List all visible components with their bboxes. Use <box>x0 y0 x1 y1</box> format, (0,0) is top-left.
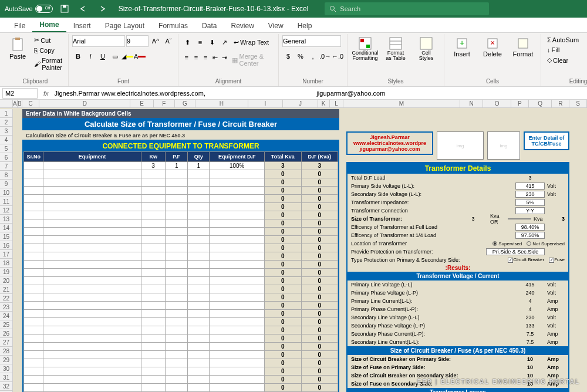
subtitle-cell[interactable]: Calculation Size of Circuit Breaker & Fu… <box>22 131 339 140</box>
decrease-decimal-button[interactable]: ←.0 <box>332 50 343 62</box>
table-row[interactable]: 0 0 <box>24 269 338 277</box>
orientation-button[interactable]: ↗ <box>219 36 231 48</box>
table-row[interactable]: 0 0 <box>24 384 338 392</box>
italic-button[interactable]: I <box>85 50 96 62</box>
fx-button[interactable]: fx <box>40 90 52 97</box>
table-row[interactable]: 0 0 <box>24 170 338 178</box>
copy-button[interactable]: ⎘Copy <box>32 46 65 55</box>
table-row[interactable]: 0 0 <box>24 293 338 302</box>
conditional-formatting-button[interactable]: Conditional Formatting <box>351 35 379 62</box>
banner-cell[interactable]: Enter Data in White Background Cells <box>22 109 339 118</box>
row-header[interactable]: 27 <box>0 338 13 347</box>
table-row[interactable]: 0 0 <box>24 203 338 211</box>
bold-button[interactable]: B <box>72 50 84 62</box>
format-painter-button[interactable]: 🖌Format Painter <box>32 56 65 72</box>
col-header[interactable]: M <box>343 100 460 107</box>
table-row[interactable]: 0 0 <box>24 351 338 359</box>
row-header[interactable]: 13 <box>0 215 13 224</box>
redo-icon[interactable] <box>95 2 109 16</box>
row-header[interactable]: 5 <box>0 144 13 153</box>
currency-button[interactable]: $ <box>282 50 294 62</box>
col-header[interactable]: P <box>511 100 529 107</box>
row-header[interactable]: 12 <box>0 206 13 215</box>
font-size-select[interactable] <box>126 35 149 47</box>
sort-filter-button[interactable]: Sort & Filter <box>583 35 587 62</box>
delete-cells-button[interactable]: ×Delete <box>478 35 507 59</box>
insert-cells-button[interactable]: +Insert <box>448 35 476 59</box>
align-top-button[interactable]: ⬆ <box>182 36 194 48</box>
table-row[interactable]: 0 0 <box>24 318 338 326</box>
radio-not-supervised[interactable]: Not Supervised <box>527 241 565 246</box>
row-header[interactable]: 24 <box>0 312 13 320</box>
row-header[interactable]: 10 <box>0 188 13 197</box>
table-row[interactable]: 0 0 <box>24 219 338 228</box>
table-row[interactable]: 0 0 <box>24 195 338 203</box>
table-row[interactable]: 0 0 <box>24 285 338 293</box>
row-header[interactable]: 16 <box>0 241 13 250</box>
row-header[interactable]: 7 <box>0 162 13 171</box>
row-header[interactable]: 31 <box>0 373 13 382</box>
fill-button[interactable]: ↓Fill <box>545 45 581 55</box>
col-header[interactable]: Q <box>529 100 552 107</box>
row-header[interactable]: 30 <box>0 364 13 373</box>
row-header[interactable]: 32 <box>0 382 13 391</box>
table-row[interactable]: 0 0 <box>24 236 338 244</box>
cut-button[interactable]: ✂Cut <box>32 35 65 45</box>
chk-circuit-breaker[interactable]: ✓Circuit Breaker <box>508 257 544 263</box>
chk-fuse[interactable]: ✓Fuse <box>549 257 565 263</box>
tab-formulas[interactable]: Formulas <box>151 19 195 32</box>
row-header[interactable]: 14 <box>0 224 13 232</box>
tab-help[interactable]: Help <box>291 19 319 32</box>
row-header[interactable]: 20 <box>0 276 13 285</box>
col-header[interactable]: O <box>483 100 511 107</box>
col-header[interactable]: B <box>18 100 22 107</box>
col-header[interactable]: F <box>154 100 175 107</box>
percent-button[interactable]: % <box>295 50 306 62</box>
col-header[interactable]: D <box>39 100 130 107</box>
row-header[interactable]: 4 <box>0 136 13 144</box>
table-row[interactable]: 0 0 <box>24 277 338 285</box>
autosave[interactable]: AutoSave Off <box>5 5 53 13</box>
align-bottom-button[interactable]: ⬇ <box>207 36 218 48</box>
paste-button[interactable]: Paste <box>6 35 29 61</box>
row-header[interactable]: 3 <box>0 127 13 136</box>
row-header[interactable]: 21 <box>0 285 13 294</box>
decrease-font-button[interactable]: Aˇ <box>163 35 174 47</box>
col-header[interactable]: L <box>330 100 344 107</box>
table-row[interactable]: 0 0 <box>24 367 338 376</box>
col-header[interactable]: S <box>569 100 587 107</box>
align-center-button[interactable]: ≡ <box>191 52 200 63</box>
row-header[interactable]: 19 <box>0 268 13 276</box>
align-middle-button[interactable]: ≡ <box>194 36 206 48</box>
table-row[interactable]: 0 0 <box>24 343 338 351</box>
col-header[interactable]: J <box>283 100 318 107</box>
row-header[interactable]: 2 <box>0 118 13 127</box>
row-header[interactable]: 11 <box>0 197 13 206</box>
font-name-select[interactable] <box>72 35 125 47</box>
tab-review[interactable]: Review <box>224 19 261 32</box>
table-row[interactable]: 0 0 <box>24 359 338 367</box>
col-header[interactable]: E <box>130 100 154 107</box>
table-row[interactable]: 0 0 <box>24 326 338 334</box>
table-row[interactable]: 0 0 <box>24 244 338 252</box>
table-row[interactable]: 0 0 <box>24 310 338 318</box>
cell-styles-button[interactable]: Cell Styles <box>412 35 440 62</box>
col-header[interactable]: C <box>22 100 40 107</box>
indent-right-button[interactable]: ⇥ <box>220 52 229 63</box>
col-header[interactable]: I <box>248 100 284 107</box>
title-cell[interactable]: Calculate Size of Transformer / Fuse / C… <box>22 118 339 130</box>
row-header[interactable]: 25 <box>0 320 13 329</box>
row-header[interactable]: 22 <box>0 294 13 303</box>
col-header[interactable]: R <box>552 100 569 107</box>
formula-input[interactable] <box>52 90 587 97</box>
row-header[interactable]: 29 <box>0 356 13 364</box>
clear-button[interactable]: ◇Clear <box>545 55 581 65</box>
table-row[interactable]: 0 0 <box>24 211 338 219</box>
border-button[interactable]: ▭ <box>109 50 121 62</box>
font-color-button[interactable]: A <box>134 50 146 62</box>
col-header[interactable]: G <box>175 100 196 107</box>
col-header[interactable]: K <box>318 100 330 107</box>
increase-font-button[interactable]: A^ <box>150 35 161 47</box>
protection-value[interactable]: Pri.Side & Sec.Side <box>486 248 545 255</box>
table-row[interactable]: 0 0 <box>24 252 338 261</box>
